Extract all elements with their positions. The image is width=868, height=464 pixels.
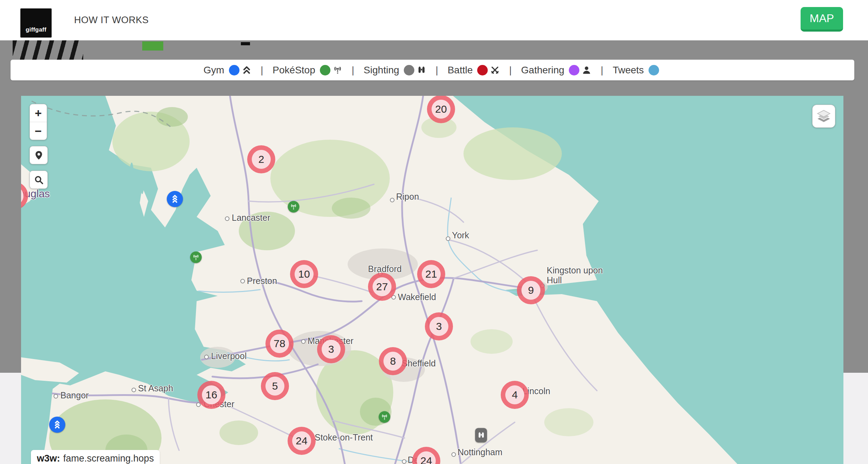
angle-double-up-icon	[53, 420, 62, 429]
sighting-color-dot	[404, 65, 414, 75]
legend-item-gym: Gym	[203, 65, 251, 76]
battle-color-dot	[477, 65, 488, 75]
legend-separator: |	[433, 65, 441, 76]
legend-label: Gym	[203, 65, 224, 76]
zoom-control: + −	[29, 104, 47, 140]
cluster-marker-5[interactable]: 5	[261, 372, 289, 400]
cluster-marker-27[interactable]: 27	[368, 273, 396, 301]
legend-item-pok-stop: PokéStop	[272, 65, 342, 76]
gathering-color-dot	[569, 65, 579, 75]
layers-icon	[816, 108, 832, 124]
pokestop-marker[interactable]	[288, 201, 300, 213]
cluster-inner-circle: 27	[373, 277, 392, 296]
cluster-inner-circle: 78	[270, 334, 289, 353]
markers-layer: 20210212793783851642424	[21, 96, 843, 464]
cluster-marker-4[interactable]: 4	[501, 381, 529, 409]
cluster-inner-circle: 21	[422, 265, 441, 284]
cluster-count: 9	[528, 284, 534, 296]
legend-bar: Gym | PokéStop | Sighting | Battle | Gat…	[11, 60, 854, 80]
cluster-inner-circle	[21, 186, 24, 205]
map-container[interactable]: DouglasLancasterRiponYorkPrestonBradford…	[21, 96, 843, 464]
gym-marker[interactable]	[167, 191, 183, 207]
cluster-marker-2[interactable]: 2	[247, 145, 275, 173]
tweets-color-dot	[649, 65, 659, 75]
cluster-count: 10	[298, 268, 310, 280]
cluster-marker-24[interactable]: 24	[288, 427, 316, 455]
cluster-marker-8[interactable]: 8	[379, 347, 407, 375]
gym-marker[interactable]	[49, 417, 65, 433]
background-map-fragment-green	[142, 41, 163, 51]
map-button[interactable]: MAP	[801, 7, 843, 32]
cluster-marker-20[interactable]: 20	[427, 96, 455, 123]
cluster-count: 2	[258, 153, 264, 165]
w3w-address-box: w3w:fame.screaming.hops	[31, 450, 160, 464]
cluster-count: 24	[420, 455, 432, 464]
cluster-inner-circle: 5	[265, 377, 284, 396]
w3w-address: fame.screaming.hops	[63, 453, 154, 464]
broadcast-tower-icon	[333, 65, 342, 75]
legend-label: Sighting	[364, 65, 399, 76]
locate-button[interactable]	[29, 146, 48, 164]
cluster-inner-circle: 20	[432, 100, 451, 119]
cluster-marker-24[interactable]: 24	[412, 447, 440, 464]
cluster-marker-16[interactable]: 16	[197, 381, 225, 409]
cluster-marker-3[interactable]: 3	[317, 335, 345, 363]
binoculars-icon	[477, 431, 485, 439]
cluster-marker[interactable]	[21, 182, 28, 210]
cluster-marker-3[interactable]: 3	[425, 312, 453, 340]
background-map-fragment-dash	[241, 42, 250, 45]
cluster-marker-9[interactable]: 9	[517, 276, 545, 304]
cluster-count: 5	[272, 380, 278, 392]
cluster-marker-10[interactable]: 10	[290, 260, 318, 288]
top-nav-bar: giffgaff HOW IT WORKS MAP	[0, 0, 868, 40]
cluster-count: 24	[296, 435, 307, 447]
cluster-inner-circle: 10	[295, 265, 314, 284]
pokestop-marker[interactable]	[190, 252, 202, 263]
cluster-count: 8	[390, 355, 396, 367]
legend-item-battle: Battle	[448, 65, 500, 76]
cluster-count: 21	[425, 268, 437, 280]
sighting-marker[interactable]	[475, 428, 487, 443]
cluster-inner-circle: 24	[292, 431, 311, 450]
cluster-marker-21[interactable]: 21	[417, 260, 445, 288]
w3w-prefix: w3w:	[37, 453, 60, 464]
legend-separator: |	[506, 65, 514, 76]
cluster-inner-circle: 8	[383, 352, 402, 371]
broadcast-tower-icon	[381, 413, 388, 421]
legend-separator: |	[349, 65, 357, 76]
layers-control[interactable]	[812, 105, 835, 128]
cluster-inner-circle: 3	[322, 340, 341, 359]
cluster-inner-circle: 3	[429, 317, 448, 336]
cluster-count: 4	[512, 389, 518, 401]
cluster-count: 20	[435, 103, 447, 115]
background-map-fragment	[13, 40, 83, 60]
zoom-out-button[interactable]: −	[30, 122, 47, 140]
crossed-swords-icon	[490, 65, 500, 75]
giffgaff-logo[interactable]: giffgaff	[20, 8, 52, 38]
cluster-count: 3	[436, 320, 442, 332]
binoculars-icon	[417, 65, 426, 75]
cluster-inner-circle: 9	[521, 281, 540, 300]
cluster-marker-78[interactable]: 78	[265, 330, 294, 358]
cluster-count: 27	[376, 281, 388, 293]
legend-label: Tweets	[613, 65, 644, 76]
search-icon	[33, 174, 44, 185]
legend-label: Battle	[448, 65, 473, 76]
cluster-inner-circle: 2	[252, 150, 271, 169]
angle-double-up-icon	[242, 65, 251, 75]
cluster-count: 3	[328, 343, 334, 355]
location-pin-icon	[33, 150, 44, 161]
search-button[interactable]	[29, 171, 48, 189]
legend-item-gathering: Gathering	[521, 65, 591, 76]
giffgaff-logo-text: giffgaff	[26, 26, 46, 33]
how-it-works-link[interactable]: HOW IT WORKS	[74, 0, 149, 40]
cluster-count: 78	[274, 338, 285, 350]
pokestop-marker[interactable]	[379, 411, 390, 423]
cluster-count: 16	[205, 389, 217, 401]
legend-item-sighting: Sighting	[364, 65, 426, 76]
legend-label: PokéStop	[272, 65, 315, 76]
gym-color-dot	[229, 65, 239, 75]
broadcast-tower-icon	[290, 203, 297, 211]
zoom-in-button[interactable]: +	[30, 104, 47, 122]
legend-separator: |	[598, 65, 606, 76]
